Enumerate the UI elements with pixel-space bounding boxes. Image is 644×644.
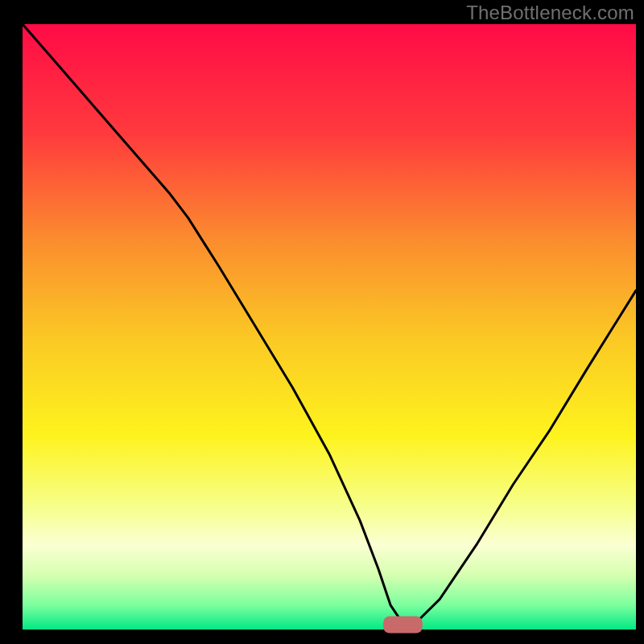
minimum-marker (383, 616, 423, 633)
watermark-text: TheBottleneck.com (466, 2, 634, 24)
bottleneck-chart (0, 0, 644, 644)
chart-frame: TheBottleneck.com (0, 0, 644, 644)
plot-background (23, 24, 636, 630)
